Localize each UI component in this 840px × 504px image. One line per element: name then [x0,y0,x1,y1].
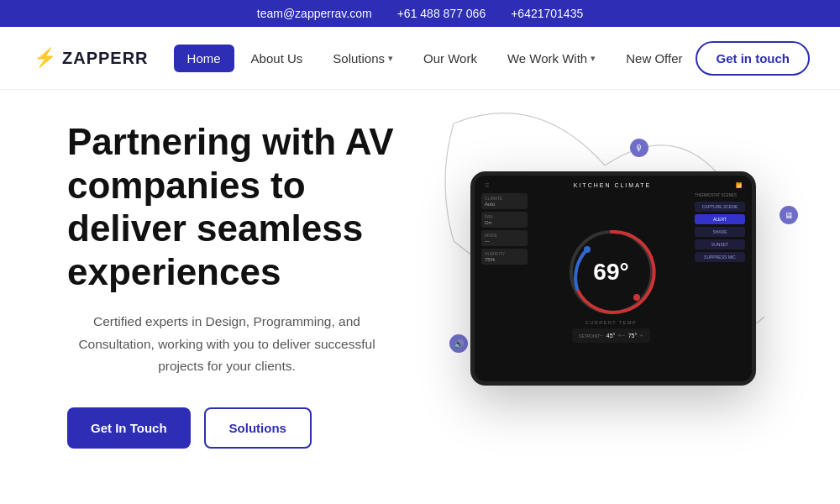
temp-display: 69° [565,226,658,318]
tablet-center-panel: 69° CURRENT TEMP SETPOINT − 45° [533,193,690,376]
temp-number: 69° [593,259,628,286]
contact-phone2[interactable]: +6421701435 [511,7,583,20]
setpoint1-value: 45° [606,333,616,339]
nav-item-our-work[interactable]: Our Work [410,45,491,72]
scene-btn-suppress[interactable]: SUPPRESS MIC [695,252,745,262]
solutions-chevron-icon: ▾ [388,53,393,64]
hero-heading: Partnering with AV companies to deliver … [67,120,420,295]
contact-email[interactable]: team@zapperrav.com [257,7,372,20]
nav-links: Home About Us Solutions ▾ Our Work We Wo… [174,45,696,72]
tablet-right-panel: THERMOSTAT SCENES CAPTURE SCENE ALERT SH… [695,193,745,376]
svg-point-2 [633,294,640,301]
tablet-mockup: ☰ KITCHEN CLIMATE 📶 CLIMATE Auto F [470,171,773,398]
nav-item-home[interactable]: Home [174,45,234,72]
top-bar: team@zapperrav.com +61 488 877 066 +6421… [0,0,840,27]
tablet-title: KITCHEN CLIMATE [489,182,736,188]
hero-get-in-touch-button[interactable]: Get In Touch [67,407,191,449]
setpoint2-decrease[interactable]: − [622,332,626,339]
hero-text: Partnering with AV companies to deliver … [67,120,454,449]
navbar: ⚡ ZAPPERR Home About Us Solutions ▾ Our … [0,27,840,90]
we-work-chevron-icon: ▾ [591,53,596,64]
nav-item-new-offer[interactable]: New Offer [612,45,696,72]
scene-btn-capture[interactable]: CAPTURE SCENE [695,202,745,212]
nav-item-about[interactable]: About Us [238,45,317,72]
tablet-left-panel: CLIMATE Auto FAN On MODE — [481,193,528,376]
scene-btn-shade[interactable]: SHADE [695,227,745,237]
tablet-bottom-bar: SETPOINT − 45° + − 75° + [572,328,650,343]
svg-point-1 [584,246,591,253]
orbit-dot-3: 🔊 [449,334,468,353]
setpoint2-increase[interactable]: + [639,332,643,339]
setpoint1-decrease[interactable]: − [600,332,604,339]
hero-buttons: Get In Touch Solutions [67,407,420,449]
logo[interactable]: ⚡ ZAPPERR [34,47,149,69]
logo-icon: ⚡ [34,47,57,69]
tablet-device: ☰ KITCHEN CLIMATE 📶 CLIMATE Auto F [470,171,756,386]
hero-visual: 🎙 🖥 🔊 ☰ KITCHEN CLIMATE 📶 CLIMATE [454,115,790,454]
orbit-dot-2: 🖥 [780,206,798,224]
logo-text: ZAPPERR [62,49,149,68]
contact-phone1[interactable]: +61 488 877 066 [397,7,486,20]
orbit-dot-1: 🎙 [630,139,648,157]
scene-btn-sunset[interactable]: SUNSET [695,239,745,249]
nav-item-we-work-with[interactable]: We Work With ▾ [494,45,609,72]
hero-section: Partnering with AV companies to deliver … [0,90,840,479]
hero-subtext: Certified experts in Design, Programming… [67,311,386,377]
setpoint2-value: 75° [628,333,638,339]
hero-solutions-button[interactable]: Solutions [204,407,312,449]
temp-label: CURRENT TEMP [585,320,638,325]
scene-btn-alert[interactable]: ALERT [695,214,745,224]
nav-cta-button[interactable]: Get in touch [696,41,810,76]
nav-item-solutions[interactable]: Solutions ▾ [319,45,407,72]
